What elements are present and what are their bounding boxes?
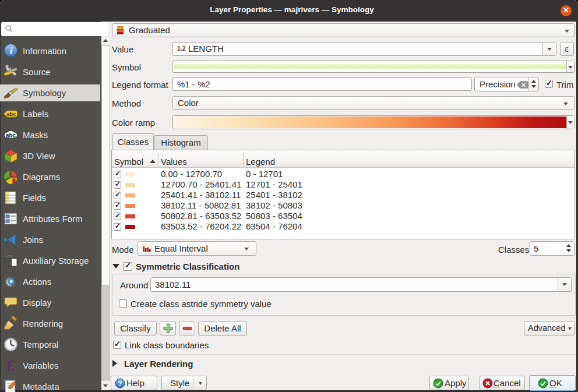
- svg-text:i: i: [10, 45, 13, 56]
- svg-text:abc: abc: [6, 111, 16, 117]
- svg-text:?: ?: [118, 380, 122, 388]
- svg-text:abc: abc: [6, 132, 16, 138]
- svg-text:Ɛ: Ɛ: [6, 358, 15, 373]
